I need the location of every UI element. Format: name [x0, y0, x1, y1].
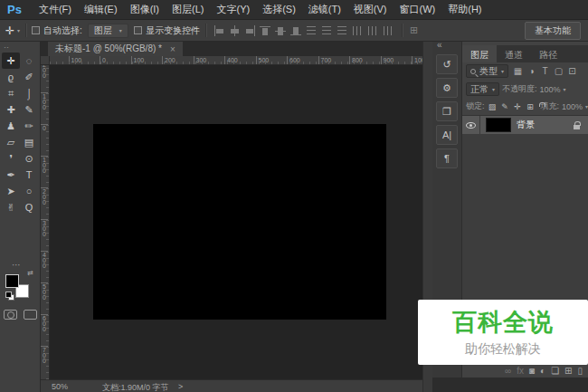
document-tab[interactable]: 未标题-1 @ 50%(RGB/8) * × [48, 42, 183, 56]
align-horizontal-centers-icon[interactable] [229, 25, 241, 36]
edit-toolbar-icon[interactable]: ⋯ [12, 260, 21, 270]
horizontal-ruler[interactable]: 100010020030040050060070080090010001 [50, 56, 422, 65]
align-top-edges-icon[interactable] [260, 25, 271, 36]
dodge-tool-icon: ⊙ [24, 153, 33, 165]
lock-image-pixels-icon[interactable]: ✎ [500, 102, 510, 111]
lock-position-icon[interactable]: ✛ [513, 102, 523, 111]
clone-stamp-tool[interactable]: ♟ [2, 118, 20, 134]
path-selection-tool-icon: ➤ [6, 186, 14, 197]
status-bar: 50% 文档:1.90M/0 字节 > [41, 379, 422, 392]
auto-select-value: 图层 [94, 24, 112, 37]
hand-tool[interactable]: ✌ [2, 199, 20, 215]
tool-preset-picker[interactable]: ✛ ▾ [5, 24, 20, 37]
menu-image[interactable]: 图像(I) [124, 3, 166, 16]
link-layers-icon[interactable]: ∞ [505, 366, 511, 376]
menu-layer[interactable]: 图层(L) [166, 3, 210, 16]
crop-tool[interactable]: ⌗ [2, 85, 20, 101]
align-right-edges-icon[interactable] [244, 25, 256, 36]
auto-select-checkbox[interactable] [32, 26, 40, 34]
filter-adjustment-layers-icon[interactable]: ◑ [526, 66, 536, 76]
type-tool[interactable]: T [20, 167, 38, 183]
menu-window[interactable]: 窗口(W) [394, 3, 442, 16]
toolbar-collapse-icon[interactable]: ‥ [4, 41, 10, 50]
panel-tab-paths[interactable]: 路径 [531, 45, 565, 62]
new-group-icon[interactable]: ❏ [551, 366, 559, 376]
menu-select[interactable]: 选择(S) [256, 3, 302, 16]
blur-tool[interactable]: ❜ [2, 150, 20, 167]
history-panel-icon[interactable]: ↺ [436, 54, 458, 74]
brush-tool[interactable]: ✎ [20, 101, 38, 118]
align-vertical-centers-icon[interactable] [275, 25, 287, 36]
opacity-value[interactable]: 100% [540, 85, 561, 94]
lasso-tool[interactable]: ϱ [2, 69, 20, 85]
swap-colors-icon[interactable]: ⇄ [27, 269, 33, 277]
zoom-level-field[interactable]: 50% [52, 382, 68, 391]
distribute-horizontal-centers-icon[interactable] [367, 25, 379, 36]
pencil-tool[interactable]: ✏ [20, 118, 38, 134]
status-expander-icon[interactable]: > [178, 382, 183, 391]
ruler-label: 200 [41, 65, 48, 79]
menu-file[interactable]: 文件(F) [33, 3, 78, 16]
lock-artboard-icon[interactable]: ⊞ [526, 102, 536, 111]
panel-tab-channels[interactable]: 通道 [497, 45, 531, 62]
distribute-top-edges-icon[interactable] [306, 25, 318, 36]
lock-transparent-pixels-icon[interactable]: ▨ [488, 102, 498, 111]
zoom-tool[interactable]: Q [20, 199, 38, 215]
delete-layer-icon[interactable]: ▯ [577, 366, 583, 376]
panel-tab-layers[interactable]: 图层 [462, 45, 497, 62]
collapse-panels-icon[interactable]: « [437, 40, 442, 50]
fill-value[interactable]: 100% [562, 102, 583, 111]
zoom-tool-icon: Q [25, 202, 33, 213]
layer-visibility-toggle[interactable] [462, 116, 480, 134]
eyedropper-tool[interactable]: ⌡ [20, 85, 38, 101]
menu-type[interactable]: 文字(Y) [210, 3, 256, 16]
character-panel-icon[interactable]: A| [436, 125, 458, 145]
align-left-edges-icon[interactable] [213, 25, 225, 36]
filter-shape-layers-icon[interactable]: ▢ [554, 66, 564, 76]
foreground-color-swatch[interactable] [5, 274, 19, 288]
filter-smart-objects-icon[interactable]: ⊡ [567, 66, 577, 76]
pen-tool[interactable]: ✒ [2, 167, 20, 183]
distribute-right-edges-icon[interactable] [383, 25, 394, 36]
blend-mode-dropdown[interactable]: 正常 ▾ [466, 82, 499, 96]
menu-edit[interactable]: 编辑(E) [78, 3, 124, 16]
workspace-button[interactable]: 基本功能 [525, 22, 581, 40]
quick-selection-tool[interactable]: ✐ [20, 69, 38, 85]
vertical-ruler[interactable]: 2001000100200300400500600700 [41, 65, 50, 379]
layer-row[interactable]: 背景 [462, 116, 588, 134]
menu-help[interactable]: 帮助(H) [441, 3, 488, 16]
marquee-tool[interactable]: ◌ [20, 53, 38, 69]
eraser-tool[interactable]: ▱ [2, 134, 20, 150]
filter-pixel-layers-icon[interactable]: ▦ [513, 66, 523, 76]
adjustment-layer-icon[interactable]: ◐ [540, 366, 545, 376]
quick-mask-button[interactable] [4, 310, 17, 320]
close-tab-icon[interactable]: × [170, 44, 175, 54]
layer-effects-icon[interactable]: fx [517, 366, 524, 376]
new-layer-icon[interactable]: ⊞ [564, 366, 572, 376]
layer-filter-dropdown[interactable]: 类型 ▾ [466, 64, 508, 78]
screen-mode-button[interactable] [24, 310, 37, 320]
distribute-vertical-centers-icon[interactable] [321, 25, 333, 36]
menu-filter[interactable]: 滤镜(T) [302, 3, 347, 16]
menu-view[interactable]: 视图(V) [347, 3, 394, 16]
document-canvas[interactable] [93, 124, 386, 320]
properties-panel-icon[interactable]: ⚙ [436, 78, 458, 98]
auto-select-option: 自动选择: [32, 24, 82, 37]
auto-align-layers-icon[interactable]: ⊞ [410, 24, 418, 36]
distribute-left-edges-icon[interactable] [352, 25, 364, 36]
dodge-tool[interactable]: ⊙ [20, 150, 38, 167]
distribute-bottom-edges-icon[interactable] [337, 25, 348, 36]
path-selection-tool[interactable]: ➤ [2, 183, 20, 199]
auto-select-target-dropdown[interactable]: 图层 ▾ [88, 24, 128, 38]
default-colors-icon[interactable] [5, 292, 14, 301]
filter-type-layers-icon[interactable]: T [540, 66, 550, 76]
gradient-tool[interactable]: ▤ [20, 134, 38, 150]
healing-brush-tool[interactable]: ✚ [2, 101, 20, 118]
align-bottom-edges-icon[interactable] [290, 25, 302, 36]
add-layer-mask-icon[interactable]: ◙ [529, 366, 535, 376]
move-tool[interactable]: ✛ [2, 53, 20, 69]
shape-tool[interactable]: ○ [20, 183, 38, 199]
paragraph-panel-icon[interactable]: ¶ [436, 148, 458, 168]
libraries-panel-icon[interactable]: ❐ [436, 101, 458, 121]
show-transform-checkbox[interactable] [134, 26, 142, 34]
